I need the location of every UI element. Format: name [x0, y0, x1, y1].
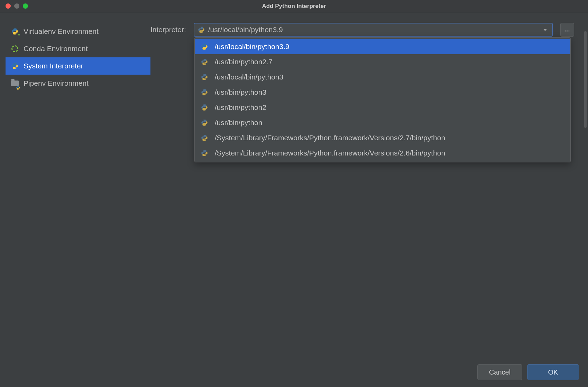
interpreter-combobox[interactable]: /usr/local/bin/python3.9 /usr/local/bin/…: [194, 23, 553, 37]
interpreter-option[interactable]: /System/Library/Frameworks/Python.framew…: [195, 145, 570, 161]
chevron-down-icon: [543, 29, 547, 31]
python-v-icon: V: [11, 28, 19, 35]
conda-icon: [11, 45, 19, 53]
interpreter-option[interactable]: /usr/bin/python3: [195, 85, 570, 100]
interpreter-option[interactable]: /usr/bin/python: [195, 115, 570, 130]
python-icon: [11, 62, 19, 70]
ellipsis-icon: ...: [564, 27, 570, 33]
python-icon: [201, 119, 208, 126]
python-icon: [201, 43, 208, 50]
sidebar-item-pipenv-environment[interactable]: Pipenv Environment: [6, 75, 150, 92]
interpreter-option-path: /usr/local/bin/python3.9: [215, 43, 290, 51]
interpreter-option-path: /System/Library/Frameworks/Python.framew…: [215, 149, 445, 157]
interpreter-option-path: /usr/bin/python3: [215, 88, 266, 96]
interpreter-option[interactable]: /usr/bin/python2.7: [195, 54, 570, 69]
sidebar-item-label: System Interpreter: [24, 62, 83, 70]
python-icon: [201, 58, 208, 65]
interpreter-row: Interpreter: /usr/local/bin/python3.9 /u…: [150, 23, 574, 37]
interpreter-dropdown-list: /usr/local/bin/python3.9/usr/bin/python2…: [194, 37, 571, 162]
sidebar-item-label: Pipenv Environment: [24, 79, 89, 87]
interpreter-option[interactable]: /System/Library/Frameworks/Python.framew…: [195, 130, 570, 145]
sidebar-item-label: Conda Environment: [24, 45, 88, 53]
python-icon: [201, 89, 208, 96]
interpreter-option-path: /usr/bin/python2: [215, 103, 266, 112]
interpreter-option[interactable]: /usr/local/bin/python3: [195, 69, 570, 85]
minimize-window-icon: [14, 3, 19, 9]
ok-button-label: OK: [548, 368, 558, 376]
window-title: Add Python Interpreter: [262, 3, 326, 10]
interpreter-option-path: /usr/bin/python2.7: [215, 58, 273, 66]
cancel-button-label: Cancel: [489, 368, 511, 376]
ok-button[interactable]: OK: [527, 364, 579, 380]
python-icon: [201, 134, 208, 141]
python-icon: [201, 104, 208, 111]
dialog-body: VVirtualenv EnvironmentConda Environment…: [0, 12, 588, 387]
interpreter-option[interactable]: /usr/local/bin/python3.9: [195, 39, 570, 54]
dialog-window: Add Python Interpreter VVirtualenv Envir…: [0, 0, 588, 387]
interpreter-value: /usr/local/bin/python3.9: [208, 26, 540, 34]
cancel-button[interactable]: Cancel: [477, 364, 522, 380]
python-icon: [201, 74, 208, 81]
interpreter-option[interactable]: /usr/bin/python2: [195, 100, 570, 115]
main-panel: Interpreter: /usr/local/bin/python3.9 /u…: [150, 12, 588, 387]
interpreter-option-path: /System/Library/Frameworks/Python.framew…: [215, 134, 445, 142]
scrollbar-thumb[interactable]: [584, 31, 587, 128]
python-icon: [201, 150, 208, 157]
sidebar-item-conda-environment[interactable]: Conda Environment: [6, 40, 150, 57]
browse-button[interactable]: ...: [560, 23, 574, 37]
interpreter-label: Interpreter:: [150, 26, 186, 34]
sidebar-item-virtualenv-environment[interactable]: VVirtualenv Environment: [6, 23, 150, 40]
sidebar-item-label: Virtualenv Environment: [24, 27, 99, 36]
window-controls: [0, 3, 28, 9]
interpreter-option-path: /usr/local/bin/python3: [215, 73, 283, 81]
close-window-icon[interactable]: [6, 3, 11, 9]
interpreter-option-path: /usr/bin/python: [215, 119, 263, 127]
sidebar-item-system-interpreter[interactable]: System Interpreter: [6, 57, 150, 75]
zoom-window-icon[interactable]: [23, 3, 28, 9]
python-icon: [198, 26, 205, 33]
titlebar: Add Python Interpreter: [0, 0, 588, 12]
sidebar: VVirtualenv EnvironmentConda Environment…: [0, 12, 150, 387]
dialog-buttons: Cancel OK: [477, 364, 579, 380]
folder-python-icon: [11, 79, 19, 87]
